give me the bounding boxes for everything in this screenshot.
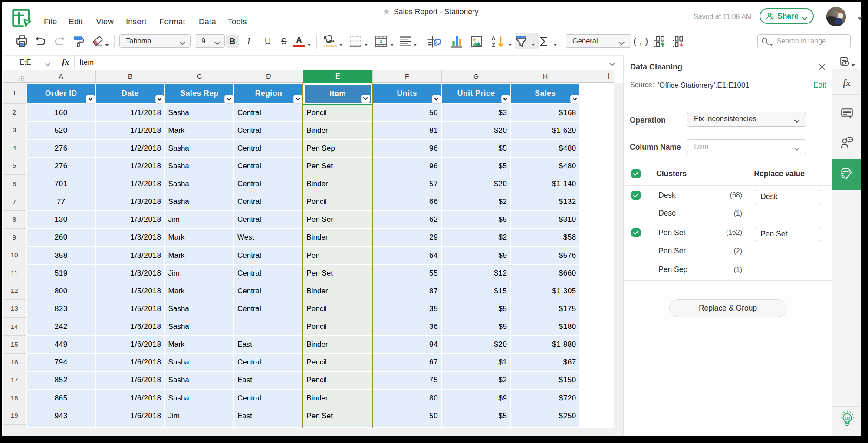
svg-text:A: A bbox=[491, 35, 496, 42]
svg-text:Zia: Zia bbox=[845, 416, 850, 420]
svg-text:a: a bbox=[380, 39, 383, 45]
svg-text:Z: Z bbox=[492, 42, 495, 48]
